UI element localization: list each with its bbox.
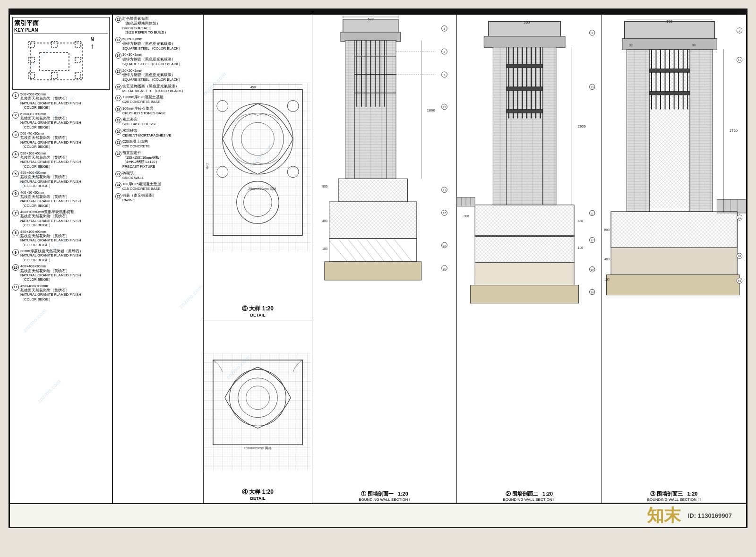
legend-circle-7: 7 (12, 210, 19, 216)
svg-rect-8 (75, 57, 81, 63)
note-circle-13: 13 (115, 37, 121, 43)
note-item-22: 22 预置固定件 （150×150□10mm钢板） （4×Φ12钢筋 L≥120… (115, 151, 201, 169)
svg-rect-18 (204, 83, 312, 252)
section-2-box: 500 2900 480 100 (457, 15, 601, 503)
svg-text:19: 19 (738, 280, 740, 283)
legend-item-3: 3 560×70×50mm 荔枝面天然花岗岩（黄绣石） NATURAL GRAN… (12, 131, 110, 149)
north-arrow-icon: ↑ (90, 42, 94, 51)
legend-text-1: 500×500×50mm 荔枝面天然花岗岩（黄绣石） NATURAL GRANI… (20, 92, 81, 110)
brand-logo: 知末 (647, 504, 681, 527)
svg-line-67 (357, 239, 375, 262)
legend-text-7: 400×70×50mm弧形半硬氙形切割 荔枝面天然花岗岩（黄绣石） NATURA… (20, 210, 81, 228)
svg-text:700: 700 (666, 19, 672, 24)
svg-text:21: 21 (591, 212, 593, 215)
svg-rect-33 (204, 353, 312, 471)
detail-4-title: ④ 大样 1:20 DETAIL (242, 488, 274, 501)
detail-4-svg: 20mmX20mm 网格 (204, 320, 312, 503)
brand-id: ID: 1130169907 (688, 512, 732, 519)
svg-text:21: 21 (738, 216, 740, 219)
svg-text:13: 13 (591, 86, 593, 89)
legend-item-8: 8 450×100×60mm 荔枝面天然花岗岩（黄绣石） NATURAL GRA… (12, 230, 110, 248)
key-plan-svg (28, 41, 85, 83)
svg-rect-166 (606, 275, 739, 295)
svg-rect-102 (484, 36, 566, 48)
note-circle-12: 12 (115, 17, 121, 23)
svg-rect-5 (52, 42, 57, 47)
legend-text-5: 450×400×50mm 荔枝面天然花岗岩（黄绣石） NATURAL GRANI… (20, 171, 81, 189)
legend-text-6: 400×90×50mm 荔枝面天然花岗岩（黄绣石） NATURAL GRANIT… (20, 190, 81, 208)
legend-circle-5: 5 (12, 171, 19, 177)
note-text-20: 水泥砂浆 CEMENT-MORTARADHESIVE (122, 129, 171, 138)
svg-rect-62 (329, 202, 417, 239)
legend-text-3: 560×70×50mm 荔枝面天然花岗岩（黄绣石） NATURAL GRANIT… (20, 131, 81, 149)
section-1-box: Crushed stones (312, 15, 457, 503)
brand-area: 知末 ID: 1130169907 (647, 504, 732, 527)
legend-item-5: 5 450×400×50mm 荔枝面天然花岗岩（黄绣石） NATURAL GRA… (12, 171, 110, 189)
svg-text:100: 100 (578, 246, 583, 249)
bottom-bar: 知末 ID: 1130169907 (10, 503, 746, 527)
legend-item-2: 2 620×80×100mm 荔枝面天然花岗岩（黄绣石） NATURAL GRA… (12, 112, 110, 130)
legend-circle-10: 10 (12, 264, 19, 271)
svg-text:21: 21 (443, 189, 446, 192)
svg-rect-114 (507, 64, 542, 68)
svg-line-64 (329, 240, 348, 262)
legend-item-9: 9 30mm厚荔枝面天然花岗岩（黄绣石） NATURAL GRANITE FLA… (12, 249, 110, 262)
note-item-25: 25 铺装（参见铺装图） PAVING (115, 193, 201, 203)
detail-4-box: 20mmX20mm 网格 ④ 大样 1:20 DETAIL (204, 320, 312, 503)
sections-top: Crushed stones (312, 15, 746, 503)
svg-text:1860: 1860 (427, 108, 435, 112)
svg-line-66 (348, 239, 366, 262)
svg-text:800: 800 (464, 214, 469, 218)
svg-text:18: 18 (443, 244, 446, 247)
key-plan-diagram: N ↑ (26, 36, 96, 88)
svg-text:20mmX20mm 网格: 20mmX20mm 网格 (249, 187, 276, 190)
svg-text:480: 480 (578, 219, 583, 223)
legend-circle-2: 2 (12, 112, 19, 119)
legend-text-2: 620×80×100mm 荔枝面天然花岗岩（黄绣石） NATURAL GRANI… (20, 112, 81, 130)
svg-text:800: 800 (322, 185, 328, 188)
svg-text:30: 30 (629, 43, 633, 47)
svg-rect-159 (649, 91, 690, 95)
note-text-15: 20×20×2mm 镀锌方钢管（黑色亚光氟碳漆） SQUARE STEEL（CO… (122, 69, 182, 82)
svg-rect-104 (543, 47, 557, 205)
svg-rect-105 (507, 47, 542, 205)
svg-rect-115 (507, 87, 542, 91)
legend-circle-11: 11 (12, 284, 19, 291)
key-plan-title-en: KEY PLAN (14, 27, 108, 34)
note-text-24: 100厚C15素混凝土垫层 C15 CONCRETE BASE (122, 182, 161, 191)
note-circle-25: 25 (115, 193, 121, 199)
svg-rect-3 (29, 73, 34, 78)
detail-5-box: 450 1380 20mmX20mm 网格 ⑤ 大样 1:20 (204, 15, 312, 320)
svg-text:30: 30 (692, 43, 696, 47)
svg-text:20mmX20mm 网格: 20mmX20mm 网格 (244, 446, 272, 450)
svg-rect-116 (507, 109, 542, 113)
note-item-17: 17 120mm厚C20混凝土基层 C20 CONCRETE BASE (115, 95, 201, 104)
note-text-16: 铁艺装饰图案（黑色亚光氟碳漆） METAL VIGNETTE（COLOR BLA… (122, 84, 185, 94)
section-2-svg: 500 2900 480 100 (457, 15, 601, 429)
top-drawings-row: 450 1380 20mmX20mm 网格 ⑤ 大样 1:20 (204, 15, 746, 503)
svg-text:19: 19 (443, 267, 446, 270)
section-1-svg: Crushed stones (312, 15, 456, 429)
svg-text:480: 480 (322, 219, 328, 223)
svg-rect-144 (624, 21, 714, 39)
note-item-12: 12 红色墙面砖贴面 （颜色及规格同建筑） BRICK SURFACE （SIZ… (115, 17, 201, 35)
note-text-19: 素土夯实 SOIL BASE COURSE (122, 117, 157, 127)
sections-column: Crushed stones (312, 15, 746, 503)
section-3-box: 700 2750 800 480 100 (602, 15, 746, 503)
legend-text-11: 450×400×100mm 荔枝面天然花岗岩（黄绣石） NATURAL GRAN… (20, 284, 81, 302)
svg-rect-47 (341, 32, 401, 42)
svg-text:11: 11 (738, 59, 740, 61)
svg-rect-164 (611, 212, 737, 248)
svg-text:12: 12 (443, 106, 446, 109)
svg-rect-103 (493, 47, 507, 205)
note-circle-16: 16 (115, 84, 121, 90)
svg-rect-7 (29, 57, 34, 63)
main-sheet: 索引平面 KEY PLAN N ↑ (9, 9, 747, 528)
svg-rect-147 (690, 50, 713, 212)
svg-rect-4 (75, 73, 81, 78)
note-circle-18: 18 (115, 106, 121, 112)
svg-text:1380: 1380 (206, 163, 209, 169)
note-circle-14: 14 (115, 52, 121, 59)
svg-line-70 (385, 239, 403, 262)
svg-text:18: 18 (591, 268, 593, 271)
